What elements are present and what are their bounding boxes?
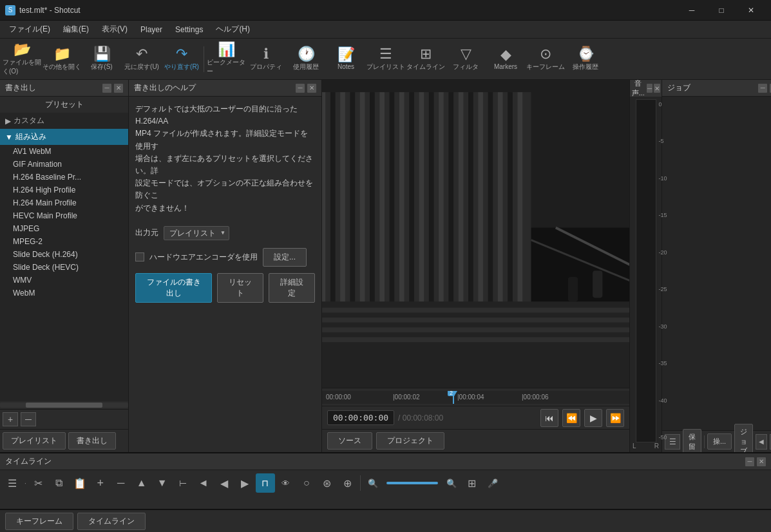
meter-label-5: -25: [658, 286, 667, 292]
timeline-ripple-button[interactable]: 👁: [276, 473, 296, 493]
export-help-close-button[interactable]: ✕: [307, 84, 316, 93]
preset-item[interactable]: H.264 Main Profile: [0, 196, 128, 209]
filter-button[interactable]: ▽ フィルタ: [446, 41, 485, 77]
export-help-undock-button[interactable]: ─: [296, 84, 305, 93]
properties-button[interactable]: ℹ プロパティ: [247, 41, 285, 77]
export-tab[interactable]: 書き出し: [68, 432, 116, 450]
output-source-select[interactable]: プレイリスト ソース プロジェクト: [164, 226, 229, 240]
timeline-remove-button[interactable]: ─: [111, 473, 131, 493]
preset-item[interactable]: Slide Deck (H.264): [0, 248, 128, 261]
preset-category-builtin[interactable]: ▼ 組み込み: [0, 129, 128, 145]
hw-encode-checkbox[interactable]: [135, 252, 144, 261]
preset-category-custom[interactable]: ▶ カスタム: [0, 113, 128, 129]
timeline-ripple-all-button[interactable]: ○: [297, 473, 316, 493]
menu-player[interactable]: Player: [134, 23, 169, 37]
jobs-action-btn-3[interactable]: ジョブ: [734, 424, 753, 452]
timeline-next-button[interactable]: ▶: [235, 473, 254, 493]
menu-file[interactable]: ファイル(E): [3, 21, 57, 37]
maximize-button[interactable]: □: [707, 0, 736, 21]
redo-button[interactable]: ↷ やり直す(R): [162, 41, 201, 77]
playlist-tab[interactable]: プレイリスト: [3, 432, 66, 450]
audio-close-button[interactable]: ✕: [654, 84, 660, 93]
timeline-add-button[interactable]: +: [91, 473, 110, 493]
timeline-down-button[interactable]: ▼: [153, 473, 172, 493]
markers-button[interactable]: ◆ Markers: [486, 41, 525, 77]
jobs-action-btn-2[interactable]: 操...: [707, 433, 732, 450]
menu-edit[interactable]: 編集(E): [57, 21, 95, 37]
timeline-zoom-out-button[interactable]: 🔍: [363, 473, 383, 493]
timeline-cut-button[interactable]: ✂: [29, 473, 48, 493]
history-button[interactable]: 🕐 使用履歴: [287, 41, 325, 77]
preset-remove-button[interactable]: ─: [21, 412, 36, 426]
preset-item[interactable]: HEVC Main Profile: [0, 209, 128, 222]
preset-item[interactable]: GIF Animation: [0, 158, 128, 171]
timeline-btn[interactable]: ⊞ タイムライン: [406, 41, 445, 77]
timecode-display[interactable]: 00:00:00:00: [327, 410, 394, 425]
preset-item[interactable]: H.264 High Profile: [0, 184, 128, 196]
project-tab[interactable]: プロジェクト: [376, 432, 444, 450]
timeline-mark-in-button[interactable]: ◄: [194, 473, 213, 493]
svg-rect-8: [340, 92, 345, 314]
output-source-row: 出力元 プレイリスト ソース プロジェクト ▼: [129, 221, 321, 245]
keyframe-icon: ⊙: [540, 47, 551, 61]
preset-item[interactable]: MJPEG: [0, 222, 128, 235]
preset-add-button[interactable]: +: [3, 412, 18, 426]
jobs-nav-prev-button[interactable]: ◀: [756, 434, 767, 450]
settings-button[interactable]: 設定...: [263, 248, 307, 267]
playlist-button[interactable]: ☰ プレイリスト: [366, 41, 405, 77]
save-button[interactable]: 💾 保存(S): [82, 41, 121, 77]
go-to-start-button[interactable]: ⏮: [540, 409, 558, 427]
timeline-snap-button[interactable]: ⊓: [256, 473, 275, 493]
timeline-fit-button[interactable]: ⊞: [462, 473, 482, 493]
menu-settings[interactable]: Settings: [169, 23, 209, 37]
preset-item[interactable]: H.264 Baseline Pr...: [0, 171, 128, 184]
timeline-mic-button[interactable]: 🎤: [483, 473, 502, 493]
undo-button[interactable]: ↶ 元に戻す(U): [122, 41, 161, 77]
file-export-button[interactable]: ファイルの書き出し: [135, 273, 212, 303]
keyframe-bottom-tab[interactable]: キーフレーム: [5, 513, 73, 530]
preset-item[interactable]: AV1 WebM: [0, 145, 128, 158]
close-button[interactable]: ✕: [736, 0, 766, 21]
timeline-ruler: 00:00:00 |00:00:02 |00:00:04 |00:00:06 2: [322, 388, 629, 406]
panel-close-button[interactable]: ✕: [114, 84, 123, 93]
preset-scrollbar[interactable]: [0, 403, 128, 408]
notes-button[interactable]: 📝 Notes: [327, 41, 365, 77]
op-history-button[interactable]: ⌚ 操作履歴: [566, 41, 605, 77]
timeline-icon: ⊞: [420, 47, 432, 61]
timeline-zoom-slider[interactable]: [386, 482, 438, 484]
fast-forward-button[interactable]: ⏩: [606, 409, 624, 427]
open-file-button[interactable]: 📂 ファイルを開く(O): [3, 41, 41, 77]
preset-item[interactable]: WebM: [0, 287, 128, 299]
jobs-undock-button[interactable]: ─: [758, 84, 767, 93]
audio-undock-button[interactable]: ─: [647, 84, 653, 93]
preset-item[interactable]: WMV: [0, 274, 128, 287]
play-button[interactable]: ▶: [584, 409, 602, 427]
timeline-loop-button[interactable]: ⊛: [318, 473, 337, 493]
jobs-action-btn-1[interactable]: 保留: [683, 429, 701, 453]
timeline-paste-button[interactable]: 📋: [70, 473, 90, 493]
timeline-target-button[interactable]: ⊕: [338, 473, 357, 493]
preset-item[interactable]: MPEG-2: [0, 235, 128, 248]
reset-button[interactable]: リセット: [217, 273, 263, 303]
keyframe-button[interactable]: ⊙ キーフレーム: [526, 41, 565, 77]
preset-item[interactable]: Slide Deck (HEVC): [0, 261, 128, 274]
open-other-button[interactable]: 📁 その他を開く: [43, 41, 81, 77]
timeline-zoom-in-button[interactable]: 🔍: [442, 473, 461, 493]
timeline-up-button[interactable]: ▲: [132, 473, 151, 493]
rewind-button[interactable]: ⏪: [562, 409, 580, 427]
jobs-menu-button[interactable]: ☰: [665, 434, 680, 450]
menu-view[interactable]: 表示(V): [95, 21, 134, 37]
peak-meter-button[interactable]: 📊 ピークメーター: [207, 41, 245, 77]
timeline-prev-button[interactable]: ◀: [214, 473, 234, 493]
timeline-copy-button[interactable]: ⧉: [50, 473, 69, 493]
detail-settings-button[interactable]: 詳細設定: [269, 273, 315, 303]
menu-help[interactable]: ヘルプ(H): [209, 21, 256, 37]
timeline-bottom-tab[interactable]: タイムライン: [77, 513, 146, 530]
source-tab[interactable]: ソース: [327, 432, 372, 450]
timeline-close-button[interactable]: ✕: [757, 457, 766, 466]
timeline-menu-button[interactable]: ☰: [3, 473, 22, 493]
timeline-undock-button[interactable]: ─: [745, 457, 754, 466]
timeline-split-button[interactable]: ⊢: [173, 473, 193, 493]
minimize-button[interactable]: ─: [677, 0, 707, 21]
panel-undock-button[interactable]: ─: [102, 84, 111, 93]
